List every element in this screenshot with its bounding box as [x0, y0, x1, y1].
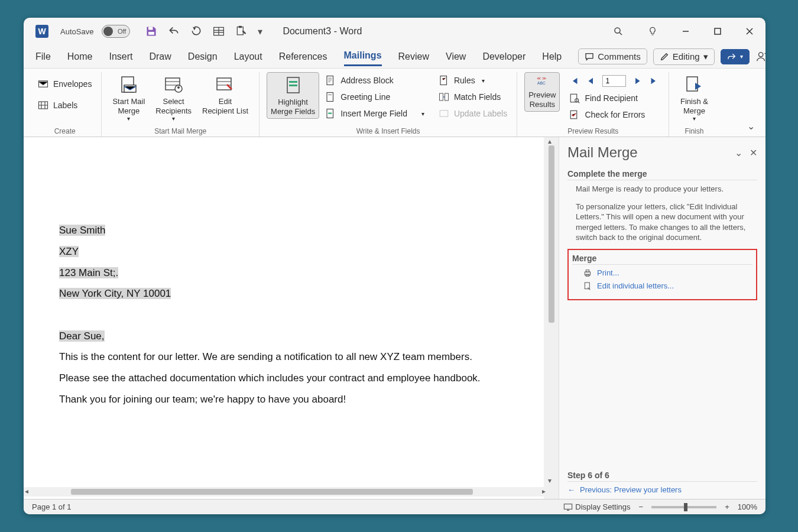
finish-merge-button[interactable]: Finish & Merge▾: [676, 72, 712, 125]
insert-field-label: Insert Merge Field: [340, 109, 407, 118]
document-title: Document3 - Word: [283, 26, 362, 37]
first-record-icon[interactable]: [569, 76, 580, 86]
zoom-level[interactable]: 100%: [738, 502, 757, 511]
paste-icon[interactable]: [235, 25, 247, 37]
autosave-toggle[interactable]: Off: [102, 25, 130, 38]
scroll-down-icon[interactable]: ▾: [548, 476, 552, 485]
maximize-button[interactable]: [713, 27, 722, 35]
vertical-scrollbar[interactable]: ▴ ▾: [547, 137, 556, 485]
pane-close-icon[interactable]: ✕: [750, 147, 757, 158]
edit-recipient-list-button[interactable]: Edit Recipient List: [199, 72, 252, 118]
match-icon: [439, 92, 449, 102]
svg-rect-0: [148, 27, 153, 30]
minimize-button[interactable]: [682, 27, 690, 35]
merge-field-city: New York City, NY 10001: [59, 288, 171, 299]
record-navigation: [567, 73, 661, 89]
greeting-line-button[interactable]: Greeting Line: [323, 90, 427, 104]
word-logo-icon: W: [35, 25, 48, 38]
group-label: Create: [28, 127, 101, 135]
match-fields-button[interactable]: Match Fields: [436, 90, 510, 104]
tab-mailings[interactable]: Mailings: [344, 47, 382, 66]
svg-rect-6: [715, 28, 721, 34]
rules-label: Rules: [454, 76, 475, 85]
tab-layout[interactable]: Layout: [234, 48, 262, 66]
zoom-knob[interactable]: [684, 503, 687, 511]
page-icon: [325, 108, 336, 119]
close-button[interactable]: [745, 27, 754, 35]
scroll-thumb[interactable]: [549, 145, 554, 323]
zoom-out-button[interactable]: −: [639, 502, 644, 511]
tab-draw[interactable]: Draw: [149, 48, 171, 66]
last-record-icon[interactable]: [648, 76, 659, 86]
edit-letters-label: Edit individual letters...: [597, 281, 674, 290]
rules-icon: [439, 75, 449, 86]
tab-help[interactable]: Help: [542, 48, 562, 66]
scroll-left-icon[interactable]: ◂: [25, 487, 28, 495]
preview-results-button[interactable]: ≪ ≫ABC Preview Results: [524, 72, 560, 112]
check-errors-button[interactable]: Check for Errors: [567, 108, 661, 122]
tab-view[interactable]: View: [446, 48, 466, 66]
record-number-input[interactable]: [602, 75, 626, 87]
edit-individual-letters-link[interactable]: Edit individual letters...: [572, 281, 752, 291]
save-icon[interactable]: [145, 25, 157, 37]
page-indicator[interactable]: Page 1 of 1: [32, 502, 72, 511]
display-settings-button[interactable]: Display Settings: [563, 502, 630, 511]
mail-merge-task-pane: Mail Merge ⌄ ✕ Complete the merge Mail M…: [559, 137, 765, 499]
arrow-left-icon: ←: [567, 485, 575, 494]
group-label: Preview Results: [517, 127, 669, 135]
rules-button[interactable]: Rules▾: [436, 73, 510, 87]
prev-record-icon[interactable]: [586, 76, 596, 86]
update-label: Update Labels: [454, 109, 507, 118]
labels-button[interactable]: Labels: [35, 98, 94, 112]
account-icon[interactable]: [755, 50, 765, 63]
lightbulb-icon[interactable]: [647, 26, 658, 37]
select-recipients-button[interactable]: Select Recipients▾: [152, 72, 195, 125]
next-record-icon[interactable]: [632, 76, 643, 86]
chevron-down-icon[interactable]: ▾: [421, 111, 424, 117]
tab-references[interactable]: References: [279, 48, 327, 66]
print-link[interactable]: Print...: [572, 268, 752, 278]
step-indicator: Step 6 of 6: [567, 471, 757, 482]
preview-icon: ≪ ≫ABC: [533, 75, 551, 89]
editing-mode-button[interactable]: Editing ▾: [653, 48, 715, 65]
share-button[interactable]: ▾: [721, 49, 750, 64]
tab-review[interactable]: Review: [398, 48, 429, 66]
previous-step-link[interactable]: ← Previous: Preview your letters: [567, 485, 757, 494]
scroll-right-icon[interactable]: ▸: [542, 487, 546, 495]
tab-design[interactable]: Design: [188, 48, 218, 66]
document-page[interactable]: Sue Smith XZY 123 Main St;. New York Cit…: [24, 137, 544, 499]
pane-text: Mail Merge is ready to produce your lett…: [567, 184, 757, 194]
pane-collapse-icon[interactable]: ⌄: [735, 147, 742, 158]
horizontal-scrollbar[interactable]: ◂ ▸: [24, 487, 547, 497]
scroll-up-icon[interactable]: ▴: [548, 137, 552, 145]
tab-insert[interactable]: Insert: [109, 48, 132, 66]
svg-rect-4: [239, 26, 242, 28]
undo-icon[interactable]: [168, 25, 180, 37]
collapse-ribbon-icon[interactable]: ⌄: [747, 121, 755, 132]
tab-file[interactable]: File: [35, 48, 51, 66]
ribbon-tabs: File Home Insert Draw Design Layout Refe…: [24, 45, 765, 69]
find-recipient-button[interactable]: Find Recipient: [567, 91, 661, 105]
table-icon[interactable]: [213, 25, 225, 37]
scroll-thumb[interactable]: [71, 489, 473, 495]
zoom-in-button[interactable]: +: [725, 502, 729, 511]
start-mail-merge-button[interactable]: Start Mail Merge▾: [109, 72, 148, 125]
address-block-button[interactable]: Address Block: [323, 73, 427, 87]
insert-merge-field-button[interactable]: Insert Merge Field ▾: [323, 106, 427, 121]
previous-label: Previous: Preview your letters: [580, 485, 682, 494]
highlight-merge-fields-button[interactable]: Highlight Merge Fields: [267, 72, 319, 119]
group-label: Write & Insert Fields: [259, 127, 517, 135]
tab-home[interactable]: Home: [67, 48, 93, 66]
zoom-slider[interactable]: [651, 506, 716, 508]
autosave-state: Off: [118, 28, 126, 35]
svg-rect-17: [289, 81, 297, 83]
comments-button[interactable]: Comments: [578, 48, 647, 64]
body-paragraph: Please see the attached documentation wh…: [59, 368, 508, 389]
envelopes-button[interactable]: Envelopes: [35, 77, 94, 91]
qat-more-icon[interactable]: ▾: [258, 26, 262, 37]
search-icon[interactable]: [613, 26, 624, 37]
body-paragraph: Thank you for joining our team; we're ha…: [59, 389, 508, 410]
chevron-down-icon: ▾: [693, 115, 696, 122]
redo-icon[interactable]: [190, 25, 202, 37]
tab-developer[interactable]: Developer: [482, 48, 525, 66]
